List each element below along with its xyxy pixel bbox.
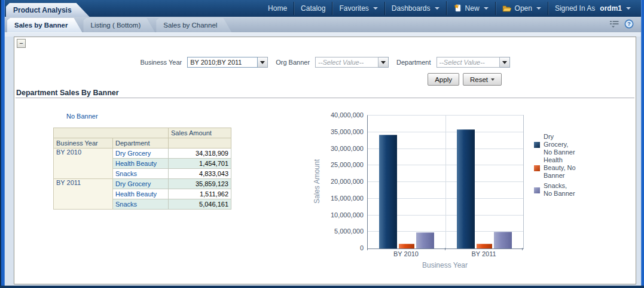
department-link[interactable]: Snacks <box>113 169 169 179</box>
window-bottom-edge <box>0 286 644 288</box>
table-row: BY 2010 Dry Grocery 34,318,909 <box>54 148 231 159</box>
y-tick-label: 5,000,000 <box>324 228 364 235</box>
nav-new[interactable]: New <box>446 1 495 15</box>
page-options-icon[interactable] <box>609 20 619 28</box>
chevron-down-icon <box>373 7 378 10</box>
amount-cell: 1,511,962 <box>169 189 231 199</box>
x-axis-title: Business Year <box>367 261 523 269</box>
tab-sales-by-banner[interactable]: Sales by Banner <box>7 18 82 32</box>
nav-catalog[interactable]: Catalog <box>294 2 332 15</box>
org-banner-combo: --Select Value-- <box>315 57 389 68</box>
dropdown-arrow-icon <box>260 61 265 64</box>
y-tick-label: 10,000,000 <box>324 211 364 219</box>
department-link[interactable]: Snacks <box>113 199 169 210</box>
chevron-down-icon <box>435 7 439 10</box>
dashboard-page-tabs: Sales by Banner Listing ( Bottom) Sales … <box>1 17 641 33</box>
tab-listing-bottom[interactable]: Listing ( Bottom) <box>83 18 155 32</box>
department-combo: --Select Value-- <box>437 57 510 68</box>
department-link[interactable]: Health Beauty <box>113 159 169 169</box>
amount-cell: 1,454,701 <box>169 159 231 169</box>
dashboard-title-tab[interactable]: Product Analysis <box>6 3 90 17</box>
table-row: BY 2011 Dry Grocery 35,859,123 <box>54 179 231 189</box>
column-header-department: Department <box>113 138 169 148</box>
reset-button[interactable]: Reset <box>463 73 502 86</box>
table-header-row: Sales Amount <box>54 128 231 138</box>
org-banner-input[interactable]: --Select Value-- <box>315 57 379 68</box>
business-year-dropdown-button[interactable] <box>258 57 268 68</box>
apply-button[interactable]: Apply <box>428 73 459 86</box>
bar-group-by-2010 <box>368 116 445 248</box>
y-tick-label: 40,000,000 <box>324 111 364 119</box>
tab-sales-by-channel[interactable]: Sales by Channel <box>156 18 231 32</box>
bar[interactable] <box>399 244 414 248</box>
window-left-edge <box>0 0 5 288</box>
chevron-down-icon <box>536 7 541 10</box>
org-banner-dropdown-button[interactable] <box>379 57 389 68</box>
y-tick-label: 20,000,000 <box>324 178 364 185</box>
amount-cell: 35,859,123 <box>169 179 231 189</box>
nav-home[interactable]: Home <box>261 2 294 15</box>
department-link[interactable]: Health Beauty <box>113 189 169 199</box>
bar[interactable] <box>494 232 512 248</box>
bar[interactable] <box>457 129 475 248</box>
y-axis-tick-labels: 05,000,00010,000,00015,000,00020,000,000… <box>324 115 364 248</box>
department-label: Department <box>396 59 431 66</box>
section-title: Department Sales By Banner <box>16 89 119 97</box>
chevron-down-icon <box>626 7 631 10</box>
column-header-sales-amount: Sales Amount <box>169 128 231 138</box>
amount-cell: 4,833,043 <box>169 169 231 179</box>
sales-pivot-table: Sales Amount Business Year Department BY… <box>53 128 231 210</box>
collapse-section-button[interactable]: − <box>17 39 26 48</box>
year-cell[interactable]: BY 2010 <box>54 148 113 179</box>
legend-label: Dry Grocery, No Banner <box>544 133 577 156</box>
dropdown-arrow-icon <box>502 61 507 64</box>
new-document-icon <box>453 4 462 13</box>
department-link[interactable]: Dry Grocery <box>113 148 169 159</box>
top-navigation-bar: Product Analysis Home Catalog Favorites … <box>1 0 641 17</box>
x-axis-category-labels: BY 2010BY 2011 <box>367 250 523 257</box>
bar-chart-plot-area <box>367 115 524 249</box>
y-axis-title: Sales Amount <box>312 115 322 248</box>
nav-signed-in[interactable]: Signed In As ordm1 <box>548 2 637 15</box>
signed-in-user: ordm1 <box>600 4 622 13</box>
empty-header-cell <box>169 138 231 148</box>
section-divider <box>16 98 634 98</box>
bar[interactable] <box>379 135 397 248</box>
legend-label: Health Beauty, No Banner <box>544 156 577 180</box>
department-input[interactable]: --Select Value-- <box>437 57 500 68</box>
legend-swatch-icon <box>534 187 540 193</box>
nav-dashboards[interactable]: Dashboards <box>384 2 446 15</box>
legend-item: Health Beauty, No Banner <box>534 156 577 180</box>
chart-legend: Dry Grocery, No BannerHealth Beauty, No … <box>534 133 577 198</box>
empty-header-cell <box>54 128 169 138</box>
x-category-label: BY 2010 <box>367 250 445 257</box>
global-nav: Home Catalog Favorites Dashboards New Op… <box>261 0 637 16</box>
dashboard-content-panel: − Business Year BY 2010;BY 2011 Org Bann… <box>14 37 636 284</box>
y-tick-label: 25,000,000 <box>324 161 364 168</box>
help-icon[interactable]: ? <box>624 19 634 29</box>
legend-swatch-icon <box>534 142 540 148</box>
table-header-row: Business Year Department <box>54 138 231 148</box>
legend-label: Snacks, No Banner <box>544 182 577 198</box>
nav-favorites[interactable]: Favorites <box>332 2 384 15</box>
dropdown-arrow-icon <box>381 61 386 64</box>
x-category-label: BY 2011 <box>445 250 523 257</box>
amount-cell: 34,318,909 <box>169 148 231 159</box>
bar[interactable] <box>416 232 434 248</box>
column-header-business-year: Business Year <box>54 138 113 148</box>
window-right-edge <box>641 0 644 288</box>
y-tick-label: 35,000,000 <box>324 128 364 135</box>
amount-cell: 5,046,161 <box>169 199 231 210</box>
department-link[interactable]: Dry Grocery <box>113 179 169 189</box>
bar[interactable] <box>477 244 492 248</box>
y-tick-label: 30,000,000 <box>324 145 364 152</box>
banner-group-label[interactable]: No Banner <box>66 113 98 120</box>
y-tick-label: 15,000,000 <box>324 195 364 202</box>
nav-open[interactable]: Open <box>495 2 548 15</box>
business-year-input[interactable]: BY 2010;BY 2011 <box>187 57 258 68</box>
year-cell[interactable]: BY 2011 <box>54 179 113 210</box>
business-year-label: Business Year <box>140 59 182 66</box>
legend-swatch-icon <box>534 165 540 171</box>
bar-group-by-2011 <box>445 116 523 248</box>
department-dropdown-button[interactable] <box>500 57 510 68</box>
